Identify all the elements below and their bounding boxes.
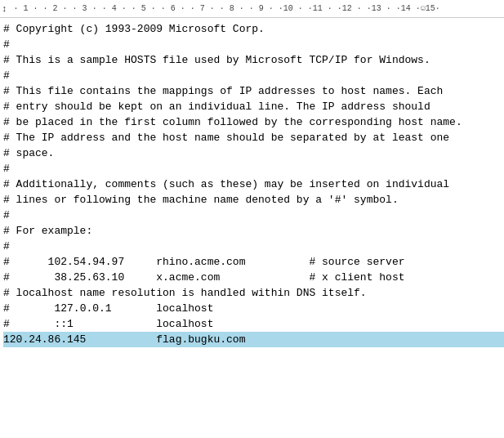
line-10: # xyxy=(3,161,504,177)
line-7: # be placed in the first column followed… xyxy=(3,114,504,130)
line-11: # Additionally, comments (such as these)… xyxy=(3,177,504,192)
line-17: # 38.25.63.10 x.acme.com # x client host xyxy=(3,270,504,285)
line-22: 120.24.86.145 flag.bugku.com xyxy=(3,332,504,347)
line-3: # This is a sample HOSTS file used by Mi… xyxy=(3,52,504,68)
line-13: # xyxy=(3,208,504,223)
line-16: # 102.54.94.97 rhino.acme.com # source s… xyxy=(3,254,504,270)
line-6: # entry should be kept on an individual … xyxy=(3,99,504,114)
line-21: # ::1 localhost xyxy=(3,316,504,332)
ruler-arrow: ↕ xyxy=(2,4,7,14)
line-5: # This file contains the mappings of IP … xyxy=(3,83,504,99)
ruler-numbers: · 1 · · 2 · · 3 · · 4 · · 5 · · 6 · · 7 … xyxy=(9,4,440,13)
line-20: # 127.0.0.1 localhost xyxy=(3,301,504,316)
line-15: # xyxy=(3,239,504,254)
line-2: # xyxy=(3,37,504,52)
line-8: # The IP address and the host name shoul… xyxy=(3,130,504,145)
line-19: # localhost name resolution is handled w… xyxy=(3,285,504,301)
line-9: # space. xyxy=(3,145,504,161)
line-12: # lines or following the machine name de… xyxy=(3,192,504,208)
line-14: # For example: xyxy=(3,223,504,239)
line-4: # xyxy=(3,68,504,83)
content-area: # Copyright (c) 1993-2009 Microsoft Corp… xyxy=(0,18,504,351)
ruler: ↕ · 1 · · 2 · · 3 · · 4 · · 5 · · 6 · · … xyxy=(0,0,504,18)
line-1: # Copyright (c) 1993-2009 Microsoft Corp… xyxy=(3,21,504,37)
